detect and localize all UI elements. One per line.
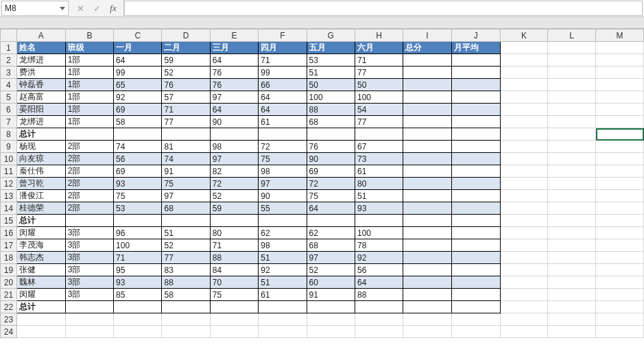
cell-L4[interactable]	[548, 79, 596, 91]
cell-L21[interactable]	[548, 289, 596, 301]
cell-A1[interactable]: 姓名	[16, 42, 65, 54]
cell-H14[interactable]: 93	[355, 202, 403, 215]
cell-B1[interactable]: 班级	[65, 42, 113, 54]
cell-F7[interactable]: 61	[259, 116, 307, 128]
cell-D13[interactable]: 97	[162, 190, 210, 202]
cell-C23[interactable]	[114, 313, 162, 326]
row-header-2[interactable]: 2	[1, 54, 17, 67]
cell-H7[interactable]: 77	[355, 116, 403, 128]
cell-H4[interactable]: 50	[355, 79, 403, 91]
row-header-21[interactable]: 21	[1, 289, 17, 301]
cell-M17[interactable]	[596, 239, 644, 252]
cell-F3[interactable]: 99	[259, 67, 307, 79]
cell-H23[interactable]	[355, 313, 403, 326]
row-header-4[interactable]: 4	[1, 79, 17, 91]
cell-H20[interactable]: 64	[355, 276, 403, 289]
cell-A21[interactable]: 闵耀	[16, 289, 65, 301]
cell-K5[interactable]	[500, 91, 548, 104]
cell-K13[interactable]	[500, 190, 548, 202]
cell-C16[interactable]: 96	[114, 227, 162, 239]
cell-K16[interactable]	[500, 227, 548, 239]
cell-L17[interactable]	[548, 239, 596, 252]
cell-L13[interactable]	[548, 190, 596, 202]
cell-K19[interactable]	[500, 264, 548, 276]
cell-F24[interactable]	[259, 326, 307, 338]
cell-A13[interactable]: 潘俊江	[16, 190, 65, 202]
row-header-14[interactable]: 14	[1, 202, 17, 215]
cell-D20[interactable]: 88	[162, 276, 210, 289]
cell-A10[interactable]: 向友琼	[16, 153, 65, 165]
cell-E2[interactable]: 64	[210, 54, 258, 67]
cell-I9[interactable]	[403, 141, 451, 153]
cell-G17[interactable]: 68	[307, 239, 355, 252]
cell-I21[interactable]	[403, 289, 451, 301]
cell-A4[interactable]: 钟磊香	[16, 79, 65, 91]
cell-H21[interactable]: 88	[355, 289, 403, 301]
cell-D19[interactable]: 83	[162, 264, 210, 276]
cell-F19[interactable]: 92	[259, 264, 307, 276]
cell-E24[interactable]	[210, 326, 258, 338]
cell-G4[interactable]: 50	[307, 79, 355, 91]
cell-K20[interactable]	[500, 276, 548, 289]
cell-H24[interactable]	[355, 326, 403, 338]
cell-G3[interactable]: 51	[307, 67, 355, 79]
column-header-M[interactable]: M	[596, 29, 644, 42]
cell-C20[interactable]: 93	[114, 276, 162, 289]
cell-K3[interactable]	[500, 67, 548, 79]
cell-I17[interactable]	[403, 239, 451, 252]
cell-L8[interactable]	[548, 128, 596, 141]
cell-D15[interactable]	[162, 215, 210, 227]
cell-I22[interactable]	[403, 301, 451, 313]
cell-G5[interactable]: 100	[307, 91, 355, 104]
cell-F6[interactable]: 64	[259, 104, 307, 116]
cell-H12[interactable]: 80	[355, 178, 403, 190]
cell-I1[interactable]: 总分	[403, 42, 451, 54]
row-header-10[interactable]: 10	[1, 153, 17, 165]
cell-M16[interactable]	[596, 227, 644, 239]
cell-J22[interactable]	[451, 301, 500, 313]
cell-B15[interactable]	[65, 215, 113, 227]
cell-J13[interactable]	[451, 190, 500, 202]
cell-A9[interactable]: 杨现	[16, 141, 65, 153]
cell-K6[interactable]	[500, 104, 548, 116]
cell-I19[interactable]	[403, 264, 451, 276]
cell-J5[interactable]	[451, 91, 500, 104]
cell-J18[interactable]	[451, 252, 500, 264]
cell-I24[interactable]	[403, 326, 451, 338]
cell-G19[interactable]: 52	[307, 264, 355, 276]
cell-L19[interactable]	[548, 264, 596, 276]
column-header-K[interactable]: K	[500, 29, 548, 42]
row-header-20[interactable]: 20	[1, 276, 17, 289]
row-header-18[interactable]: 18	[1, 252, 17, 264]
cell-E3[interactable]: 76	[210, 67, 258, 79]
cell-E1[interactable]: 三月	[210, 42, 258, 54]
cell-A16[interactable]: 闵耀	[16, 227, 65, 239]
cell-E21[interactable]: 75	[210, 289, 258, 301]
cell-B12[interactable]: 2部	[65, 178, 113, 190]
cell-J4[interactable]	[451, 79, 500, 91]
row-header-15[interactable]: 15	[1, 215, 17, 227]
cell-H6[interactable]: 54	[355, 104, 403, 116]
cell-K15[interactable]	[500, 215, 548, 227]
cell-J7[interactable]	[451, 116, 500, 128]
row-header-1[interactable]: 1	[1, 42, 17, 54]
cell-G18[interactable]: 97	[307, 252, 355, 264]
cell-E13[interactable]: 52	[210, 190, 258, 202]
cell-K22[interactable]	[500, 301, 548, 313]
name-box[interactable]: M8	[1, 1, 69, 16]
cell-M23[interactable]	[596, 313, 644, 326]
row-header-17[interactable]: 17	[1, 239, 17, 252]
cell-C4[interactable]: 65	[114, 79, 162, 91]
cell-B2[interactable]: 1部	[65, 54, 113, 67]
cell-L12[interactable]	[548, 178, 596, 190]
cell-M1[interactable]	[596, 42, 644, 54]
cell-K11[interactable]	[500, 165, 548, 178]
select-all-corner[interactable]	[1, 29, 17, 42]
cell-M3[interactable]	[596, 67, 644, 79]
cell-I10[interactable]	[403, 153, 451, 165]
cell-H22[interactable]	[355, 301, 403, 313]
column-header-E[interactable]: E	[210, 29, 258, 42]
cell-C21[interactable]: 85	[114, 289, 162, 301]
cell-E11[interactable]: 82	[210, 165, 258, 178]
cell-K21[interactable]	[500, 289, 548, 301]
